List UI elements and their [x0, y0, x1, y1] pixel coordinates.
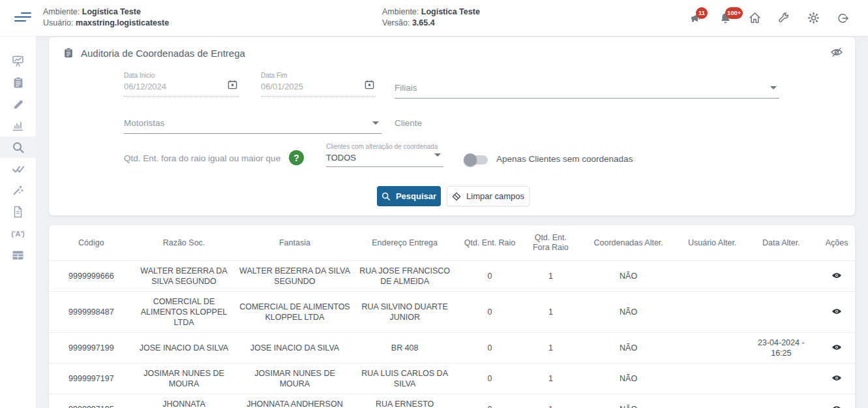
sidebar-item-search-audit[interactable]: [0, 136, 36, 158]
col-qtd-ent-raio: Qtd. Ent. Raio: [455, 225, 526, 261]
ambiente-label: Ambiente:: [43, 7, 80, 16]
col-acoes: Ações: [818, 225, 855, 261]
wrench-icon: [777, 12, 790, 25]
bar-chart-icon: [12, 119, 24, 132]
sem-coordenadas-toggle[interactable]: [466, 155, 488, 165]
pesquisar-button[interactable]: Pesquisar: [377, 186, 441, 206]
calendar-icon: [365, 80, 374, 89]
view-details-button[interactable]: [830, 403, 843, 408]
view-details-button[interactable]: [830, 306, 843, 319]
sidebar-item-documents[interactable]: [0, 201, 36, 223]
sidebar-item-approvals[interactable]: [0, 158, 36, 180]
sidebar-item-reports[interactable]: [0, 115, 36, 136]
table-row: 9999997195 JHONNATA ANDHERSON BATISTA JH…: [49, 394, 855, 408]
tools-button[interactable]: [775, 10, 792, 27]
motoristas-select[interactable]: Motoristas: [124, 117, 382, 134]
results-table-card: Código Razão Soc. Fantasia Endereço Entr…: [49, 225, 855, 408]
pencil-icon: [12, 99, 24, 110]
col-qtd-ent-fora-raio: Qtd. Ent. Fora Raio: [525, 225, 576, 261]
logout-button[interactable]: [834, 10, 851, 27]
ambiente-value: Logística Teste: [82, 7, 141, 16]
sem-coordenadas-toggle-label: Apenas Clientes sem coordenadas: [496, 154, 633, 164]
qtd-fora-raio-field[interactable]: [124, 152, 280, 167]
col-razao-social: Razão Soc.: [134, 225, 234, 261]
cell-data-alter: [743, 364, 818, 394]
data-fim-value: 06/01/2025: [261, 82, 376, 91]
bell-notifications-button[interactable]: 100+: [717, 10, 734, 27]
settings-button[interactable]: [805, 10, 822, 27]
search-icon: [382, 192, 391, 201]
filiais-select[interactable]: Filiais: [395, 82, 779, 99]
calendar-button[interactable]: [365, 80, 374, 91]
results-table: Código Razão Soc. Fantasia Endereço Entr…: [49, 225, 855, 408]
cell-codigo: 9999998487: [49, 292, 134, 333]
cell-data-alter: [743, 394, 818, 408]
cell-qtd-ent-fora-raio: 1: [525, 364, 576, 394]
usuario-label: Usuário:: [43, 18, 74, 27]
cell-acoes: [818, 364, 855, 394]
cell-qtd-ent-raio: 0: [455, 364, 526, 394]
cell-qtd-ent-fora-raio: 1: [525, 261, 576, 292]
sidebar-item-dashboard[interactable]: [0, 50, 36, 72]
cell-razao-social: JOSE INACIO DA SILVA: [134, 333, 234, 364]
table-row: 9999997197 JOSIMAR NUNES DE MOURA JOSIMA…: [49, 364, 855, 394]
col-coordenadas-alter: Coordenadas Alter.: [576, 225, 681, 261]
cell-endereco-entrega: RUA LUIS CARLOS DA SILVA: [355, 364, 455, 394]
top-icon-bar: 11 100+: [687, 0, 851, 36]
megaphone-notifications-button[interactable]: 11: [687, 10, 704, 27]
sidebar-item-wizard[interactable]: [0, 180, 36, 201]
table-row: 9999999666 WALTER BEZERRA DA SILVA SEGUN…: [49, 261, 855, 292]
hide-filters-button[interactable]: [830, 46, 843, 60]
cell-razao-social: WALTER BEZERRA DA SILVA SEGUNDO: [134, 261, 234, 292]
table-row: 9999998487 COMERCIAL DE ALIMENTOS KLOPPE…: [49, 292, 855, 333]
cell-codigo: 9999999666: [49, 261, 134, 292]
usuario-value: maxstring.logisticateste: [76, 18, 169, 27]
sidebar-item-tasks[interactable]: [0, 72, 36, 93]
data-inicio-value: 06/12/2024: [124, 82, 239, 91]
data-fim-field[interactable]: Data Fim 06/01/2025: [261, 72, 376, 97]
qtd-fora-raio-input[interactable]: [124, 153, 280, 167]
sidebar-item-edit[interactable]: [0, 93, 36, 115]
menu-toggle-button[interactable]: [14, 12, 31, 24]
chevron-down-icon: [372, 121, 379, 125]
sidebar-item-grid[interactable]: [0, 244, 36, 266]
eye-icon: [831, 343, 842, 351]
cell-codigo: 9999997195: [49, 394, 134, 408]
cell-codigo: 9999997199: [49, 333, 134, 364]
cell-fantasia: WALTER BEZERRA DA SILVA SEGUNDO: [234, 261, 355, 292]
cell-qtd-ent-raio: 0: [455, 333, 526, 364]
cell-acoes: [818, 292, 855, 333]
view-details-button[interactable]: [830, 270, 843, 283]
cell-coordenadas-alter: NÃO: [576, 292, 681, 333]
eye-icon: [831, 374, 842, 382]
table-header: Código Razão Soc. Fantasia Endereço Entr…: [49, 225, 855, 261]
view-details-button[interactable]: [830, 373, 843, 385]
eraser-icon: [452, 192, 461, 201]
cell-usuario-alter: [681, 261, 743, 292]
motoristas-placeholder: Motoristas: [124, 118, 164, 128]
calendar-button[interactable]: [228, 80, 237, 91]
cell-fantasia: COMERCIAL DE ALIMENTOS KLOPPEL LTDA: [234, 292, 355, 333]
help-button[interactable]: ?: [289, 150, 304, 165]
notification-badge: 100+: [725, 7, 743, 19]
cliente-field[interactable]: [395, 117, 779, 132]
limpar-campos-button[interactable]: Limpar campos: [447, 186, 530, 206]
cell-razao-social: JHONNATA ANDHERSON BATISTA: [134, 394, 234, 408]
alteracao-coordenada-select[interactable]: Clientes com alteração de coordenada TOD…: [326, 143, 443, 167]
top-bar: Ambiente: Logística Teste Usuário: maxst…: [0, 0, 868, 36]
data-inicio-field[interactable]: Data Inicio 06/12/2024: [124, 72, 239, 97]
chevron-down-icon: [434, 153, 441, 157]
cell-usuario-alter: [681, 364, 743, 394]
cell-usuario-alter: [681, 292, 743, 333]
toggle-knob: [464, 153, 477, 166]
sidebar-item-broadcast[interactable]: ('A'): [0, 223, 36, 244]
view-details-button[interactable]: [830, 342, 843, 354]
hamburger-icon: [21, 12, 31, 14]
home-button[interactable]: [746, 10, 763, 27]
version-info: Ambiente: Logística Teste Versão: 3.65.4: [382, 7, 480, 29]
notification-badge: 11: [696, 7, 708, 19]
filiais-placeholder: Filiais: [395, 83, 417, 93]
clipboard-icon: [63, 47, 74, 59]
cell-data-alter: [743, 292, 818, 333]
cliente-input[interactable]: [395, 118, 779, 132]
